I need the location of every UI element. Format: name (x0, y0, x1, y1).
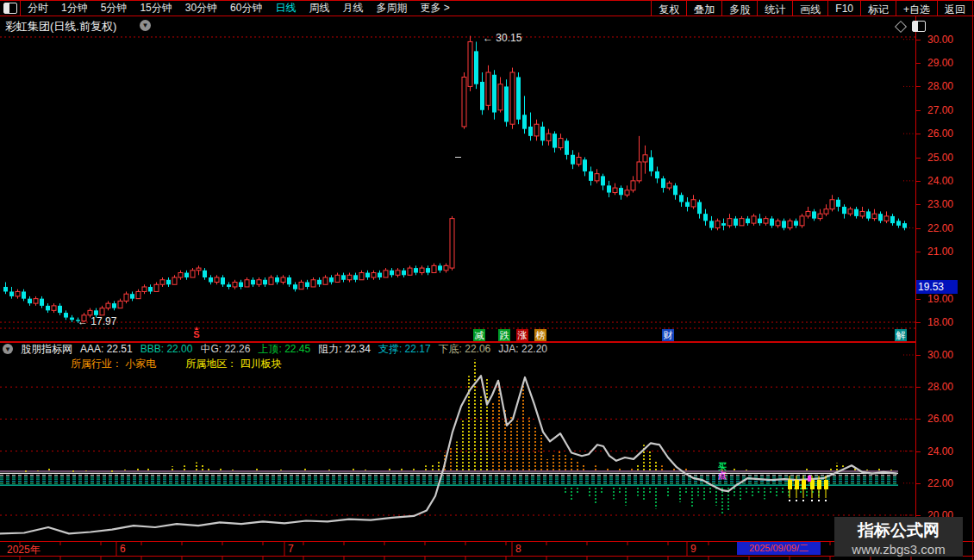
actions-menu: 复权叠加多股统计画线F10标记+自选返回 (651, 1, 973, 16)
period-item-30分钟[interactable]: 30分钟 (185, 1, 217, 16)
axis-label: 29.00 (927, 57, 953, 69)
indicator-value: BBB: 22.00 (140, 343, 193, 355)
indicator-values: AAA: 22.51BBB: 22.00中G: 22.26上顶: 22.45阻力… (80, 342, 555, 357)
axis-tick (916, 86, 921, 87)
action-item-多股[interactable]: 多股 (721, 1, 757, 16)
axis-tick (916, 158, 921, 159)
month-label: 9 (690, 543, 696, 555)
title-bar: 彩虹集团(日线.前复权) (0, 17, 914, 33)
date-badge: 2025/09/09/二 (737, 542, 821, 555)
indicator-name: 股朋指标网 (21, 342, 72, 357)
action-item-叠加[interactable]: 叠加 (686, 1, 721, 16)
axis-tick (916, 228, 921, 229)
low-price-annotation: ← 17.97 (78, 315, 116, 327)
period-item-分时[interactable]: 分时 (28, 1, 48, 16)
action-item-标记[interactable]: 标记 (860, 1, 896, 16)
period-item-5分钟[interactable]: 5分钟 (101, 1, 128, 16)
action-item-+自选[interactable]: +自选 (896, 1, 937, 16)
period-item-15分钟[interactable]: 15分钟 (140, 1, 172, 16)
action-item-复权[interactable]: 复权 (651, 1, 686, 16)
x-axis: 2025年 6789 2025/09/09/二 (0, 542, 915, 556)
year-label: 2025年 (7, 543, 41, 557)
period-item-月线[interactable]: 月线 (342, 1, 363, 16)
event-badge-解: 解 (895, 329, 907, 341)
indicator-value: 中G: 22.26 (200, 343, 250, 355)
axis-tick (916, 181, 921, 182)
axis-tick (916, 451, 921, 452)
indicator-value: 阻力: 22.34 (318, 343, 371, 355)
axis-tick (916, 355, 921, 356)
axis-tick (916, 252, 921, 252)
maximize-icon[interactable] (912, 21, 926, 32)
stock-title: 彩虹集团(日线.前复权) (5, 19, 116, 34)
axis-label: 22.00 (927, 477, 953, 489)
axis-label: 22.00 (927, 222, 953, 234)
current-price-badge: 19.53 (916, 280, 958, 294)
month-label: 6 (120, 543, 126, 555)
period-menu: 分时1分钟5分钟15分钟30分钟60分钟日线周线月线多周期更多 > (28, 1, 450, 16)
action-item-返回[interactable]: 返回 (937, 1, 973, 16)
period-item-日线[interactable]: 日线 (275, 1, 296, 16)
watermark-title: 指标公式网 (834, 520, 963, 542)
axis-tick (916, 110, 921, 111)
month-label: 8 (515, 543, 521, 555)
axis-label: 18.00 (927, 316, 953, 328)
indicator-value: JJA: 22.20 (498, 343, 547, 355)
action-item-统计[interactable]: 统计 (757, 1, 792, 16)
stock-info: 所属行业： 小家电所属地区： 四川板块 (71, 357, 282, 371)
axis-tick (916, 299, 921, 300)
axis-label: 28.00 (927, 80, 953, 92)
axis-tick (916, 63, 921, 64)
axis-tick (916, 483, 921, 484)
event-badge-减: 减 (473, 329, 485, 341)
chevron-down-icon[interactable] (140, 20, 151, 31)
axis-label: 23.00 (927, 198, 953, 210)
app-window: 分时1分钟5分钟15分钟30分钟60分钟日线周线月线多周期更多 > 复权叠加多股… (0, 0, 974, 560)
axis-label: 26.00 (927, 413, 953, 425)
axis-label: 19.00 (927, 293, 953, 305)
stock-info-pair: 所属行业： 小家电 (71, 358, 156, 370)
chevron-down-icon[interactable] (3, 344, 13, 354)
period-item-周线[interactable]: 周线 (309, 1, 329, 16)
indicator-value: 上顶: 22.45 (258, 343, 310, 355)
action-item-画线[interactable]: 画线 (792, 1, 827, 16)
event-badge-财: 财 (662, 329, 674, 341)
period-item-多周期[interactable]: 多周期 (376, 1, 407, 16)
buy-signal-label: 买 点 (718, 463, 727, 480)
axis-tick (916, 322, 921, 323)
indicator-header: 股朋指标网 AAA: 22.51BBB: 22.00中G: 22.26上顶: 2… (3, 343, 555, 355)
axis-label: 24.00 (927, 175, 953, 187)
axis-tick (916, 40, 921, 40)
event-badge-S: ▲S (190, 326, 203, 343)
event-badge-榜: 榜 (534, 329, 546, 341)
axis-label: 25.00 (927, 152, 953, 164)
top-toolbar: 分时1分钟5分钟15分钟30分钟60分钟日线周线月线多周期更多 > 复权叠加多股… (0, 0, 974, 16)
watermark-url: www.zbgs3.com (834, 542, 963, 557)
axis-label: 30.00 (927, 349, 953, 361)
axis-label: 28.00 (927, 381, 953, 393)
event-badge-涨: 涨 (516, 329, 528, 341)
axis-tick (916, 515, 921, 516)
axis-label: 30.00 (927, 34, 953, 46)
period-item-1分钟[interactable]: 1分钟 (61, 1, 88, 16)
watermark: 指标公式网 www.zbgs3.com (834, 517, 963, 557)
month-label: 7 (288, 543, 294, 555)
axis-tick (916, 134, 921, 134)
layout-icon[interactable] (0, 1, 21, 16)
stock-info-pair: 所属地区： 四川板块 (185, 358, 281, 370)
indicator-value: AAA: 22.51 (80, 343, 133, 355)
period-item-60分钟[interactable]: 60分钟 (230, 1, 262, 16)
axis-label: 27.00 (927, 104, 953, 116)
indicator-value: 下底: 22.06 (439, 343, 491, 355)
axis-tick (916, 387, 921, 388)
high-price-annotation: ← 30.15 (483, 32, 521, 44)
action-item-F10[interactable]: F10 (827, 1, 860, 16)
axis-label: 24.00 (927, 445, 953, 457)
indicator-value: 支撑: 22.17 (378, 343, 431, 355)
axis-tick (916, 419, 921, 420)
charts-canvas (0, 0, 974, 560)
axis-label: 21.00 (927, 246, 953, 258)
period-item-更多 >[interactable]: 更多 > (420, 1, 449, 16)
axis-label: 26.00 (927, 128, 953, 140)
event-badge-跌: 跌 (498, 329, 510, 341)
